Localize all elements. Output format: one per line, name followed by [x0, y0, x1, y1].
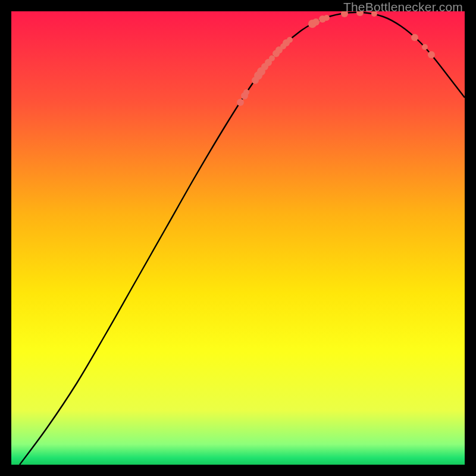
gradient-background: [11, 11, 465, 465]
data-point: [428, 51, 435, 58]
watermark-text: TheBottlenecker.com: [343, 0, 463, 14]
data-point: [312, 18, 320, 26]
bottleneck-chart: [11, 11, 465, 465]
data-point: [324, 15, 330, 21]
data-point: [422, 44, 428, 50]
data-point: [243, 89, 249, 95]
data-point: [411, 34, 418, 41]
chart-frame: [11, 11, 465, 465]
data-point: [287, 37, 293, 43]
data-point: [237, 99, 244, 106]
